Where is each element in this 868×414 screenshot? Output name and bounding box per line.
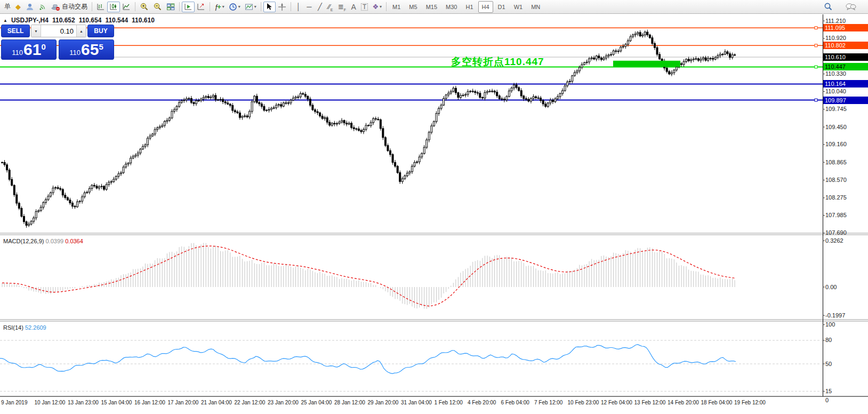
- volume-increase-button[interactable]: ▲: [76, 25, 86, 37]
- new-order-button[interactable]: 单: [2, 2, 13, 12]
- chart-area: ▲ USDJPY-,H4 110.652 110.654 110.544 110…: [0, 14, 868, 414]
- pivot-annotation: 多空转折点110.447: [451, 55, 544, 69]
- timeframe-h4[interactable]: H4: [478, 1, 493, 13]
- volume-decrease-button[interactable]: ▼: [31, 25, 41, 37]
- buy-price-box[interactable]: 110655: [59, 39, 114, 60]
- timeframe-mn[interactable]: MN: [527, 1, 544, 13]
- fibonacci-tool-icon[interactable]: ≣F: [336, 2, 348, 12]
- separator: [92, 2, 92, 11]
- gold-icon[interactable]: ◆: [13, 2, 23, 12]
- timeframe-w1[interactable]: W1: [510, 1, 527, 13]
- sell-price-main: 61: [23, 42, 41, 58]
- price-tick: 109.160: [825, 141, 847, 148]
- price-tick: 110.040: [825, 88, 846, 95]
- trendline-tool-icon[interactable]: ╱: [315, 2, 325, 12]
- price-tick: 108.570: [825, 177, 847, 184]
- timeframe-d1[interactable]: D1: [494, 1, 509, 13]
- auto-scroll-icon[interactable]: [182, 2, 195, 12]
- rsi-scale-tick: 80: [825, 337, 832, 344]
- volume-input[interactable]: [41, 25, 76, 37]
- sell-button[interactable]: SELL: [1, 25, 30, 37]
- vertical-line-tool-icon[interactable]: │: [293, 2, 304, 12]
- crosshair-tool-icon[interactable]: [276, 2, 288, 12]
- time-tick: 16 Jan 12:00: [134, 400, 165, 405]
- zoom-in-icon[interactable]: [138, 2, 151, 12]
- macd-scale-tick: -0.1997: [825, 312, 845, 319]
- time-tick: 13 Jan 23:00: [68, 400, 99, 405]
- sell-price-pip: 0: [41, 42, 45, 51]
- price-badge: 110.164: [823, 80, 868, 87]
- rsi-scale-tick: 100: [825, 321, 835, 328]
- buy-button[interactable]: BUY: [87, 25, 114, 37]
- time-tick: 25 Jan 04:00: [301, 400, 332, 405]
- timeframe-group: M1M5M15M30H1H4D1W1MN: [389, 1, 544, 13]
- cursor-tool-icon[interactable]: [263, 2, 276, 12]
- price-tick: 108.865: [825, 159, 847, 166]
- community-icon[interactable]: [23, 2, 36, 12]
- candlestick-mode-icon[interactable]: [107, 2, 120, 12]
- chart-header: ▲ USDJPY-,H4 110.652 110.654 110.544 110…: [3, 17, 155, 24]
- timeframe-m15[interactable]: M15: [422, 1, 441, 13]
- price-tick: 107.690: [825, 229, 847, 236]
- sell-price-box[interactable]: 110610: [1, 39, 57, 60]
- macd-signal-value: 0.0364: [65, 238, 83, 244]
- buy-price-pip: 5: [99, 42, 103, 51]
- time-tick: 12 Feb 04:00: [601, 400, 632, 405]
- timeframe-m30[interactable]: M30: [442, 1, 461, 13]
- template-chart-icon: [245, 3, 253, 11]
- ohlc-low: 110.544: [105, 17, 128, 24]
- price-tick: 108.275: [825, 194, 847, 201]
- price-badge: 111.095: [823, 24, 868, 31]
- timeframe-m5[interactable]: M5: [405, 1, 421, 13]
- buy-price-main: 65: [81, 42, 99, 58]
- macd-scale-tick: 0.3262: [825, 237, 843, 244]
- time-tick: 4 Feb 20:00: [468, 400, 496, 405]
- chart-canvas[interactable]: [0, 14, 868, 414]
- time-tick: 10 Jan 12:00: [35, 400, 66, 405]
- periods-button[interactable]: ▾: [227, 2, 243, 12]
- price-badge: 110.447: [823, 63, 868, 70]
- zoom-out-icon[interactable]: [151, 2, 164, 12]
- price-tick: 107.985: [825, 212, 847, 219]
- templates-button[interactable]: ▾: [243, 2, 259, 12]
- chat-icon[interactable]: [843, 2, 858, 12]
- time-tick: 10 Feb 23:00: [568, 400, 599, 405]
- separator: [261, 2, 261, 11]
- timeframe-h1[interactable]: H1: [462, 1, 477, 13]
- symbol-period-label: USDJPY-,H4: [11, 17, 49, 24]
- time-tick: 29 Jan 20:00: [368, 400, 399, 405]
- time-tick: 19 Feb 12:00: [734, 400, 766, 405]
- time-tick: 6 Feb 04:00: [501, 400, 529, 405]
- price-tick: 109.450: [825, 124, 847, 131]
- autotrading-button[interactable]: 自动交易: [49, 2, 90, 12]
- search-icon[interactable]: [822, 2, 835, 12]
- rsi-value: 52.2609: [25, 324, 46, 331]
- horizontal-line-tool-icon[interactable]: ─: [304, 2, 315, 12]
- text-tool-icon[interactable]: A: [348, 2, 359, 12]
- indicators-button[interactable]: ƒ + ▾: [212, 2, 227, 12]
- text-label-tool-icon[interactable]: T: [359, 2, 370, 12]
- rsi-scale-tick: 50: [825, 361, 832, 368]
- time-tick: 18 Feb 04:00: [701, 400, 733, 405]
- tile-windows-icon[interactable]: [164, 2, 177, 12]
- price-tick: 111.210: [825, 18, 846, 25]
- trading-terminal-window: 单 ◆ 自动交易: [0, 0, 868, 414]
- price-tick: 109.745: [825, 106, 847, 113]
- buy-price-prefix: 110: [69, 49, 81, 57]
- time-tick: 28 Jan 12:00: [334, 400, 365, 405]
- signals-icon[interactable]: [36, 2, 49, 12]
- timeframe-m1[interactable]: M1: [389, 1, 404, 13]
- dropdown-arrow-icon: ▾: [222, 4, 224, 9]
- autotrading-hat-icon: [51, 3, 60, 11]
- separator: [291, 2, 291, 11]
- chart-shift-icon[interactable]: [195, 2, 207, 12]
- bar-chart-mode-icon[interactable]: [94, 2, 107, 12]
- channel-tool-icon[interactable]: ∕∕E: [325, 2, 336, 12]
- sell-price-prefix: 110: [12, 49, 23, 57]
- time-tick: 14 Feb 20:00: [668, 400, 699, 405]
- line-chart-mode-icon[interactable]: [120, 2, 133, 12]
- shapes-tool-button[interactable]: ❖▾: [370, 2, 384, 12]
- collapse-panel-arrow-icon[interactable]: ▲: [3, 18, 7, 23]
- time-tick: 21 Jan 04:00: [201, 400, 232, 405]
- ohlc-open: 110.652: [52, 17, 75, 24]
